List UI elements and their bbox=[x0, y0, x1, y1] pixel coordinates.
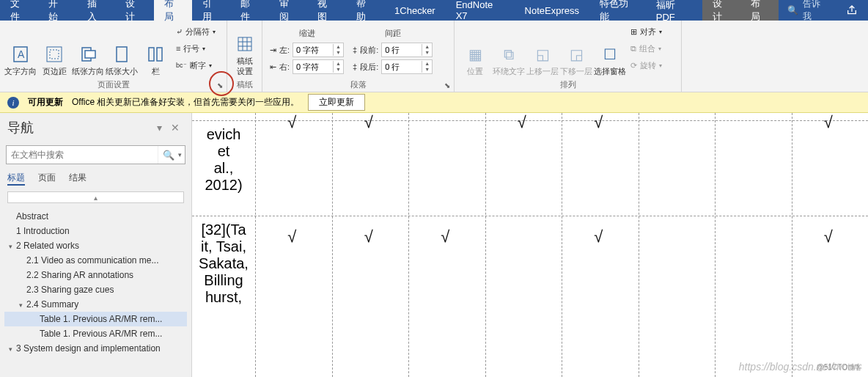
tab-references[interactable]: 引用 bbox=[192, 0, 230, 21]
table-gridline bbox=[562, 113, 562, 377]
group-label-manuscript: 稿纸 bbox=[232, 79, 257, 90]
selection-pane-icon: ☐ bbox=[600, 44, 620, 65]
margins-button[interactable]: 页边距 bbox=[38, 23, 70, 76]
tab-foxit[interactable]: 福昕PDF bbox=[646, 0, 702, 21]
share-icon[interactable] bbox=[836, 0, 868, 21]
document-canvas[interactable]: https://blog.csdn.net/moon @51CTO博客 evic… bbox=[192, 113, 868, 377]
indent-header: 缩进 bbox=[270, 25, 344, 41]
navigation-tabs: 标题 页面 结果 bbox=[0, 167, 191, 188]
tab-contextual-design[interactable]: 设计 bbox=[702, 0, 740, 21]
nav-tab-headings[interactable]: 标题 bbox=[7, 172, 25, 186]
tab-help[interactable]: 帮助 bbox=[346, 0, 384, 21]
tree-item[interactable]: 2.2 Sharing AR annotations bbox=[4, 268, 187, 282]
table-gridline bbox=[408, 113, 409, 377]
hyphenation-button[interactable]: bc⁻断字▾ bbox=[176, 57, 216, 73]
page-size-icon bbox=[111, 44, 132, 65]
navigation-search-input[interactable] bbox=[7, 146, 158, 164]
navigation-tree: Abstract1 Introduction▾2 Related works2.… bbox=[0, 206, 191, 377]
space-before-icon: ‡ bbox=[353, 45, 357, 54]
position-icon: ▦ bbox=[465, 44, 485, 65]
space-after-input[interactable]: ▲▼ bbox=[381, 59, 433, 74]
navigation-title: 导航 bbox=[7, 119, 152, 136]
group-arrange: ▦位置 ⧉环绕文字 ◱上移一层 ◲下移一层 ☐选择窗格 ⊞对齐▾ ⧉组合▾ ⟳旋… bbox=[455, 21, 682, 92]
tab-review[interactable]: 审阅 bbox=[269, 0, 307, 21]
tab-noteexpress[interactable]: NoteExpress bbox=[515, 0, 589, 21]
columns-button[interactable]: 栏 bbox=[139, 23, 172, 76]
update-now-button[interactable]: 立即更新 bbox=[308, 94, 365, 111]
breaks-button[interactable]: ⤶分隔符▾ bbox=[176, 23, 216, 40]
navigation-search[interactable]: 🔍 ▾ bbox=[6, 145, 185, 164]
svg-rect-3 bbox=[50, 50, 59, 59]
navigation-close-icon[interactable]: ✕ bbox=[166, 122, 184, 133]
svg-rect-6 bbox=[117, 47, 127, 62]
selection-pane-button[interactable]: ☐选择窗格 bbox=[594, 23, 626, 76]
manuscript-settings-button[interactable]: 稿纸 设置 bbox=[232, 23, 257, 76]
orientation-button[interactable]: 纸张方向 bbox=[72, 23, 104, 76]
tab-view[interactable]: 视图 bbox=[307, 0, 345, 21]
group-page-setup: A 文字方向 页边距 纸张方向 纸张大小 栏 ⤶分隔符▾ ≡行号▾ bbox=[0, 21, 227, 92]
tree-item[interactable]: ▾3 System design and implementation bbox=[4, 341, 187, 356]
paragraph-dialog-launcher[interactable]: ⬊ bbox=[443, 81, 452, 89]
tree-item[interactable]: 1 Introduction bbox=[4, 224, 187, 238]
navigation-collapse-bar[interactable]: ▴ bbox=[7, 191, 184, 203]
tab-file[interactable]: 文件 bbox=[0, 0, 38, 21]
space-before-input[interactable]: ▲▼ bbox=[381, 43, 433, 57]
indent-right-input[interactable]: ▲▼ bbox=[293, 59, 344, 74]
wrap-text-icon: ⧉ bbox=[499, 44, 519, 65]
tree-item[interactable]: Abstract bbox=[4, 209, 187, 224]
group-objects-button[interactable]: ⧉组合▾ bbox=[630, 40, 662, 56]
update-notification-bar: i 可用更新 Office 相关更新已准备好安装，但首先需要关闭一些应用。 立即… bbox=[0, 92, 868, 113]
position-button[interactable]: ▦位置 bbox=[459, 23, 491, 76]
group-label-page-setup: 页面设置 bbox=[4, 79, 222, 90]
tab-mailings[interactable]: 邮件 bbox=[230, 0, 268, 21]
spacing-header: 间距 bbox=[353, 25, 433, 41]
send-backward-icon: ◲ bbox=[566, 44, 586, 65]
tab-contextual-layout[interactable]: 布局 bbox=[740, 0, 779, 21]
ribbon-tabs: 文件 开始 插入 设计 布局 引用 邮件 审阅 视图 帮助 1Checker E… bbox=[0, 0, 868, 21]
text-direction-button[interactable]: A 文字方向 bbox=[4, 23, 37, 76]
tree-item[interactable]: ▾2 Related works bbox=[4, 238, 187, 253]
page-setup-dialog-launcher[interactable]: ⬊ bbox=[216, 81, 224, 89]
nav-tab-results[interactable]: 结果 bbox=[69, 172, 87, 186]
hyphenation-icon: bc⁻ bbox=[176, 62, 187, 69]
align-button[interactable]: ⊞对齐▾ bbox=[630, 23, 662, 40]
svg-rect-5 bbox=[85, 51, 95, 58]
rotate-button[interactable]: ⟳旋转▾ bbox=[630, 57, 662, 73]
bring-forward-button[interactable]: ◱上移一层 bbox=[526, 23, 559, 76]
navigation-dropdown-icon[interactable]: ▾ bbox=[152, 122, 166, 133]
table-gridline bbox=[255, 113, 256, 377]
tree-item[interactable]: ▾2.4 Summary bbox=[4, 297, 187, 312]
ribbon: A 文字方向 页边距 纸张方向 纸张大小 栏 ⤶分隔符▾ ≡行号▾ bbox=[0, 21, 868, 92]
orientation-icon bbox=[78, 44, 98, 65]
svg-rect-7 bbox=[149, 48, 154, 61]
tree-item[interactable]: 2.1 Video as communication me... bbox=[4, 253, 187, 268]
columns-icon bbox=[145, 44, 166, 65]
size-button[interactable]: 纸张大小 bbox=[106, 23, 138, 76]
search-icon[interactable]: 🔍 bbox=[158, 146, 178, 164]
tree-item[interactable]: Table 1. Previous AR/MR rem... bbox=[4, 312, 187, 326]
tab-insert[interactable]: 插入 bbox=[77, 0, 115, 21]
tab-home[interactable]: 开始 bbox=[38, 0, 76, 21]
tree-item[interactable]: Table 1. Previous AR/MR rem... bbox=[4, 326, 187, 341]
wrap-text-button[interactable]: ⧉环绕文字 bbox=[493, 23, 525, 76]
nav-tab-pages[interactable]: 页面 bbox=[38, 172, 56, 186]
tell-me-search[interactable]: 🔍 告诉我 bbox=[779, 0, 836, 21]
tab-layout[interactable]: 布局 bbox=[154, 0, 192, 21]
tab-design[interactable]: 设计 bbox=[115, 0, 153, 21]
send-backward-button[interactable]: ◲下移一层 bbox=[560, 23, 592, 76]
line-numbers-button[interactable]: ≡行号▾ bbox=[176, 40, 216, 56]
tab-1checker[interactable]: 1Checker bbox=[384, 0, 446, 21]
manuscript-icon bbox=[235, 34, 255, 54]
table-gridline bbox=[792, 113, 792, 377]
tab-special[interactable]: 特色功能 bbox=[589, 0, 646, 21]
indent-left-input[interactable]: ▲▼ bbox=[293, 43, 344, 57]
tab-endnote[interactable]: EndNote X7 bbox=[446, 0, 515, 21]
corner-badge: @51CTO博客 bbox=[817, 362, 862, 373]
table-cell-text: [32](Tait, Tsai,Sakata,Billinghurst, bbox=[198, 222, 249, 306]
svg-rect-2 bbox=[47, 47, 62, 62]
update-title: 可用更新 bbox=[28, 96, 63, 109]
indent-left-icon: ⇥ bbox=[270, 45, 276, 55]
tree-item[interactable]: 2.3 Sharing gaze cues bbox=[4, 282, 187, 297]
search-dropdown-icon[interactable]: ▾ bbox=[178, 146, 185, 164]
table-gridline bbox=[639, 113, 639, 377]
